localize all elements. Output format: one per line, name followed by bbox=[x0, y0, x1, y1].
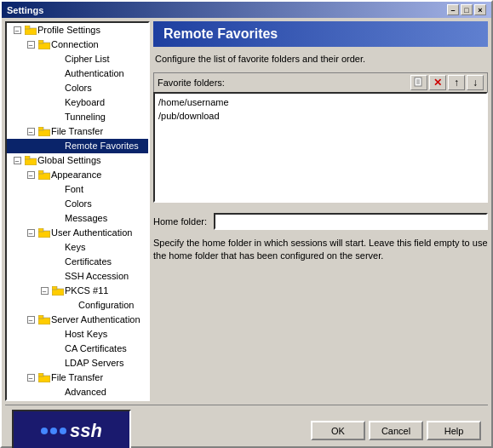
panel-description: Configure the list of favorite folders a… bbox=[153, 54, 488, 64]
svg-rect-1 bbox=[25, 26, 30, 29]
ssh-dots bbox=[41, 428, 66, 434]
ssh-logo: ssh bbox=[12, 410, 131, 449]
window-body: – Profile Settings – bbox=[2, 18, 491, 448]
bottom-bar: ssh OK Cancel Help bbox=[5, 405, 488, 448]
folder-icon-user-auth bbox=[37, 227, 51, 239]
svg-rect-13 bbox=[52, 286, 57, 290]
help-button[interactable]: Help bbox=[427, 421, 481, 440]
folder-icon-pkcs bbox=[51, 284, 65, 297]
svg-rect-3 bbox=[38, 40, 43, 43]
list-item[interactable]: /pub/download bbox=[157, 109, 484, 123]
favorites-label-bar: Favorite folders: bbox=[153, 72, 488, 92]
tree-item-colors[interactable]: Colors bbox=[7, 81, 148, 95]
folder-icon-ft2 bbox=[37, 371, 51, 384]
home-folder-label: Home folder: bbox=[153, 216, 207, 227]
move-down-button[interactable]: ↓ bbox=[467, 75, 484, 90]
favorites-label: Favorite folders: bbox=[158, 78, 225, 88]
tree-item-profile-settings[interactable]: – Profile Settings bbox=[7, 23, 148, 37]
tree-item-file-transfer2[interactable]: – File Transfer bbox=[7, 370, 148, 385]
main-content: – Profile Settings – bbox=[5, 21, 488, 401]
tree-item-user-authentication[interactable]: – User Authentication bbox=[7, 226, 148, 240]
tree-item-connection[interactable]: – Connection bbox=[7, 37, 148, 52]
toolbar-buttons: ✕ ↑ ↓ bbox=[410, 75, 484, 90]
tree-item-cipher-list[interactable]: Cipher List bbox=[7, 52, 148, 66]
tree-item-file-transfer[interactable]: – File Transfer bbox=[7, 124, 148, 139]
dot2 bbox=[50, 428, 57, 434]
tree-item-font[interactable]: Font bbox=[7, 182, 148, 197]
svg-rect-11 bbox=[38, 228, 43, 232]
new-folder-button[interactable] bbox=[410, 75, 427, 90]
svg-rect-5 bbox=[38, 127, 43, 130]
ok-button[interactable]: OK bbox=[311, 421, 365, 440]
tree-item-authentication[interactable]: Authentication bbox=[7, 66, 148, 81]
favorites-section: Favorite folders: bbox=[153, 72, 488, 401]
tree-item-configuration[interactable]: Configuration bbox=[7, 298, 148, 313]
tree-item-global-settings[interactable]: – Global Settings bbox=[7, 153, 148, 168]
delete-button[interactable]: ✕ bbox=[429, 75, 446, 90]
tree-item-messages[interactable]: Messages bbox=[7, 211, 148, 226]
tree-item-host-keys[interactable]: Host Keys bbox=[7, 327, 148, 342]
home-folder-description: Specify the home folder in which session… bbox=[153, 237, 488, 262]
dot1 bbox=[41, 428, 48, 434]
title-bar-title: Settings bbox=[7, 5, 43, 15]
tree-item-tunneling[interactable]: Tunneling bbox=[7, 110, 148, 124]
panel-title: Remote Favorites bbox=[163, 26, 278, 41]
title-bar-controls: – □ × bbox=[447, 4, 486, 15]
svg-rect-15 bbox=[38, 315, 43, 319]
cancel-button[interactable]: Cancel bbox=[369, 421, 423, 440]
up-icon: ↑ bbox=[454, 77, 459, 89]
panel-header: Remote Favorites bbox=[153, 21, 488, 47]
list-item[interactable]: /home/username bbox=[157, 95, 484, 109]
tree-item-keys[interactable]: Keys bbox=[7, 240, 148, 255]
tree-item-ssh-accession[interactable]: SSH Accession bbox=[7, 269, 148, 284]
tree-item-colors2[interactable]: Colors bbox=[7, 197, 148, 211]
ssh-text: ssh bbox=[70, 420, 102, 442]
folder-icon-connection bbox=[37, 38, 51, 51]
tree-item-keyboard[interactable]: Keyboard bbox=[7, 95, 148, 110]
settings-window: Settings – □ × – bbox=[0, 0, 493, 448]
down-icon: ↓ bbox=[473, 77, 478, 89]
home-folder-section: Home folder: bbox=[153, 213, 488, 230]
tree-item-server-authentication[interactable]: – Server Authentication bbox=[7, 313, 148, 327]
tree-item-appearance[interactable]: – Appearance bbox=[7, 168, 148, 182]
svg-rect-17 bbox=[38, 373, 43, 376]
maximize-button[interactable]: □ bbox=[461, 4, 473, 15]
dot3 bbox=[60, 428, 66, 434]
delete-icon: ✕ bbox=[433, 77, 442, 89]
title-bar: Settings – □ × bbox=[2, 2, 491, 18]
move-up-button[interactable]: ↑ bbox=[448, 75, 465, 90]
folder-icon bbox=[24, 24, 37, 37]
tree-item-remote-favorites[interactable]: Remote Favorites bbox=[7, 139, 148, 153]
minimize-button[interactable]: – bbox=[447, 4, 459, 15]
folder-icon-global bbox=[24, 154, 37, 167]
svg-rect-7 bbox=[25, 156, 30, 159]
tree-item-ldap-servers[interactable]: LDAP Servers bbox=[7, 356, 148, 370]
window-title: Settings bbox=[7, 5, 43, 15]
tree-item-ca-certificates[interactable]: CA Certificates bbox=[7, 342, 148, 356]
svg-rect-9 bbox=[38, 170, 43, 174]
favorites-list[interactable]: /home/username /pub/download bbox=[153, 92, 488, 203]
new-icon bbox=[414, 77, 424, 89]
tree-item-advanced[interactable]: Advanced bbox=[7, 385, 148, 399]
folder-icon-file-transfer bbox=[37, 125, 51, 138]
tree-panel[interactable]: – Profile Settings – bbox=[5, 21, 150, 401]
home-folder-input[interactable] bbox=[214, 213, 488, 230]
close-button[interactable]: × bbox=[474, 4, 486, 15]
tree-item-pkcs11[interactable]: – PKCS #11 bbox=[7, 284, 148, 298]
folder-icon-server-auth bbox=[37, 313, 51, 326]
right-panel: Remote Favorites Configure the list of f… bbox=[153, 21, 488, 401]
folder-icon-appearance bbox=[37, 169, 51, 181]
tree-item-certificates[interactable]: Certificates bbox=[7, 255, 148, 269]
